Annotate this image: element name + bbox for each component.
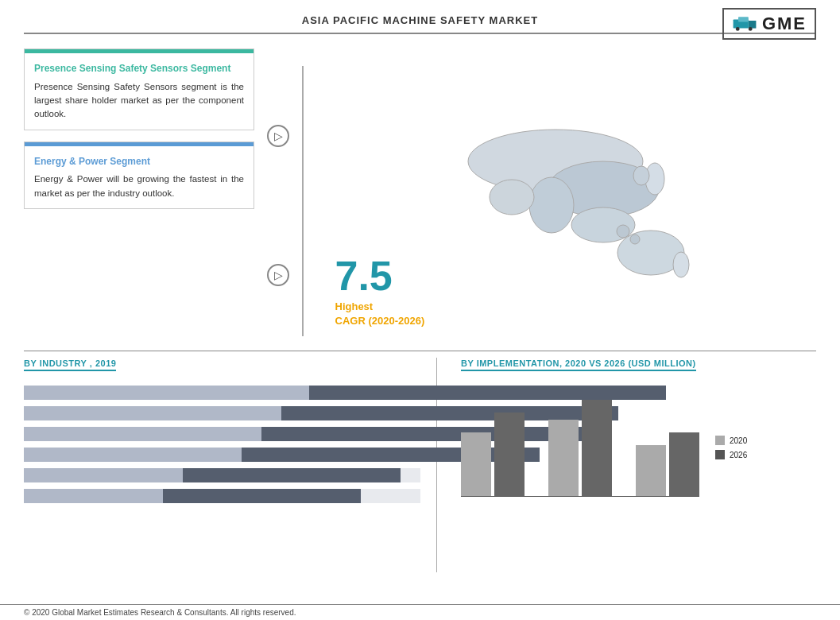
bar-fill-light: [24, 468, 183, 482]
bar-col-2020: [461, 432, 491, 497]
cagr-label: Highest CAGR (2020-2026): [335, 300, 425, 328]
bar-track: [24, 427, 420, 441]
page-title: ASIA PACIFIC MACHINE SAFETY MARKET: [302, 14, 538, 26]
bar-fill-light: [24, 386, 309, 400]
legend-item: 2026: [715, 450, 747, 459]
svg-point-13: [630, 234, 640, 244]
footer: © 2020 Global Market Estimates Research …: [0, 604, 840, 620]
bar-track: [24, 386, 420, 400]
implementation-section-title: BY IMPLEMENTATION, 2020 VS 2026 (USD MIL…: [461, 358, 696, 371]
svg-point-12: [617, 225, 629, 238]
energy-card-body: Energy & Power will be growing the faste…: [34, 172, 244, 200]
mid-divider: [24, 351, 816, 351]
middle-arrows: ▷ ▷: [262, 42, 294, 344]
svg-rect-2: [736, 27, 740, 31]
svg-point-8: [529, 177, 574, 233]
arrow-circle-1: ▷: [267, 125, 289, 147]
energy-card-title: Energy & Power Segment: [34, 155, 244, 169]
energy-card-top-bar: [25, 142, 254, 146]
bar-col-2020: [636, 445, 666, 497]
bar-group: [461, 413, 525, 497]
bar-fill-light: [24, 427, 261, 441]
bar-track: [24, 468, 420, 482]
presence-card: Presence Sensing Safety Sensors Segment …: [24, 48, 254, 130]
bar-fill-light: [24, 448, 242, 462]
bottom-left: BY INDUSTRY , 2019: [24, 358, 437, 572]
left-cards: Presence Sensing Safety Sensors Segment …: [24, 42, 254, 344]
map-svg: [428, 114, 699, 289]
svg-marker-1: [749, 21, 757, 29]
logo-icon: [732, 13, 757, 35]
bar-track: [24, 489, 420, 503]
map-container: [428, 114, 699, 289]
bar-track: [24, 448, 420, 462]
footer-text: © 2020 Global Market Estimates Research …: [24, 608, 296, 617]
chart-baseline: [461, 496, 699, 497]
top-section: Presence Sensing Safety Sensors Segment …: [0, 34, 840, 344]
bar-row: [24, 427, 420, 441]
bar-fill-dark: [183, 468, 401, 482]
svg-point-14: [490, 180, 534, 215]
legend-dot: [715, 450, 725, 459]
bar-col-2026: [582, 400, 612, 497]
chart-legend: 20202026: [715, 436, 747, 459]
logo-box: GME: [722, 8, 816, 40]
energy-card: Energy & Power Segment Energy & Power wi…: [24, 141, 254, 209]
cagr-number: 7.5: [335, 255, 425, 296]
bar-fill-light: [24, 406, 281, 420]
presence-card-title: Presence Sensing Safety Sensors Segment: [34, 62, 244, 76]
bar-track: [24, 406, 420, 420]
right-section: 7.5 Highest CAGR (2020-2026): [312, 42, 817, 344]
vertical-divider-top: [302, 66, 304, 336]
industry-bar-chart: [24, 386, 420, 503]
svg-point-11: [673, 252, 689, 277]
bar-fill-light: [24, 489, 163, 503]
bar-col-2026: [494, 413, 525, 497]
header: ASIA PACIFIC MACHINE SAFETY MARKET GME: [0, 0, 840, 33]
bar-row: [24, 489, 420, 503]
bottom-right: BY IMPLEMENTATION, 2020 VS 2026 (USD MIL…: [437, 358, 816, 572]
bar-col-2020: [548, 420, 579, 498]
bar-row: [24, 448, 420, 462]
svg-rect-4: [738, 17, 749, 21]
bar-row: [24, 406, 420, 420]
bar-fill-dark: [163, 489, 362, 503]
implementation-chart: [461, 386, 699, 513]
legend-dot: [715, 436, 725, 445]
arrow-circle-2: ▷: [267, 264, 289, 286]
presence-card-body: Presence Sensing Safety Sensors segment …: [34, 80, 244, 122]
logo-text: GME: [762, 14, 807, 34]
legend-label: 2026: [730, 451, 747, 459]
bottom-section: BY INDUSTRY , 2019 BY IMPLEMENTATION, 20…: [0, 358, 840, 572]
legend-label: 2020: [730, 436, 747, 445]
bar-group: [636, 432, 699, 497]
svg-point-15: [633, 166, 649, 185]
bar-col-2026: [669, 432, 699, 497]
bar-row: [24, 468, 420, 482]
bar-row: [24, 386, 420, 400]
bar-group: [548, 400, 612, 497]
legend-item: 2020: [715, 436, 747, 445]
cagr-box: 7.5 Highest CAGR (2020-2026): [335, 255, 425, 328]
presence-card-top-bar: [25, 49, 254, 53]
industry-section-title: BY INDUSTRY , 2019: [24, 358, 116, 371]
svg-rect-3: [749, 27, 753, 31]
